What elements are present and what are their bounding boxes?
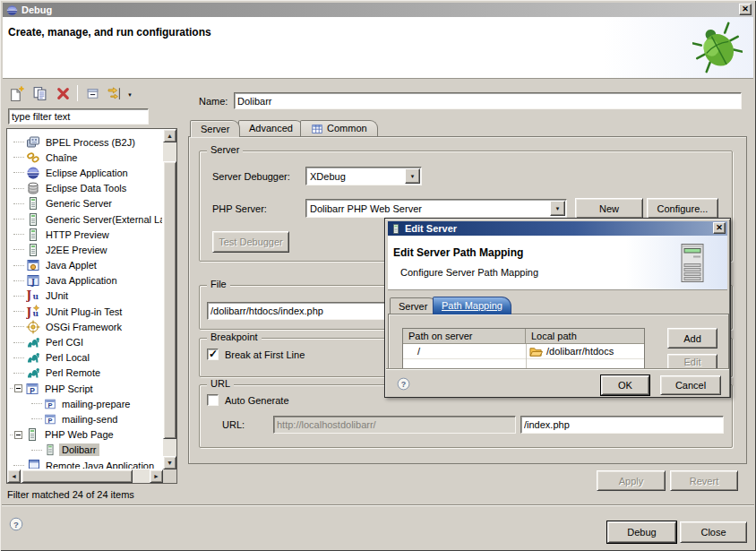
scroll-right-icon[interactable]: ►: [150, 469, 163, 483]
tree-item[interactable]: Java Applet: [8, 258, 162, 273]
server-debugger-combo[interactable]: XDebug: [305, 167, 422, 185]
debug-button[interactable]: Debug: [607, 521, 676, 543]
auto-generate-checkbox[interactable]: [207, 394, 219, 406]
tree-item[interactable]: Eclipse Data Tools: [8, 181, 162, 196]
vscroll-thumb[interactable]: [163, 161, 176, 439]
base-url-field: http://localhostdolibarr/: [273, 416, 516, 434]
tree-item[interactable]: PHP Web Page: [8, 427, 162, 443]
tree-item[interactable]: Eclipse Application: [8, 165, 162, 180]
tree-item[interactable]: OSGi Framework: [8, 319, 162, 334]
perl-icon: [26, 350, 40, 365]
duplicate-icon[interactable]: [30, 84, 48, 102]
filter-input[interactable]: [8, 108, 149, 125]
dialog-tab-server[interactable]: Server: [390, 297, 436, 314]
hscroll-thumb[interactable]: [21, 469, 133, 483]
dialog-close-icon[interactable]: [713, 222, 726, 234]
url-path-input[interactable]: [520, 416, 724, 434]
junit-plugin-icon: [26, 305, 40, 319]
filter-menu-chevron-icon[interactable]: [127, 88, 133, 99]
php-file-icon: [44, 398, 56, 410]
dialog-header: Edit Server Path Mapping Configure Serve…: [388, 236, 727, 290]
php-server-label: PHP Server:: [212, 203, 267, 214]
tree-item[interactable]: Perl CGI: [8, 334, 162, 349]
scroll-up-icon[interactable]: ▲: [163, 129, 176, 142]
php-web-page-icon: [44, 443, 56, 456]
break-first-line-checkbox[interactable]: [207, 349, 219, 360]
cancel-button[interactable]: Cancel: [660, 375, 721, 395]
bug-icon: [692, 21, 743, 74]
delete-icon[interactable]: [54, 84, 72, 102]
tree-item[interactable]: HTTP Preview: [8, 227, 162, 242]
close-button[interactable]: Close: [680, 521, 747, 543]
osgi-framework-icon: [26, 320, 40, 334]
remote-java-icon: [26, 459, 40, 469]
perl-icon: [26, 335, 40, 349]
server-tower-icon: [681, 243, 704, 283]
url-label: URL:: [222, 419, 245, 430]
name-input[interactable]: [234, 92, 742, 109]
database-icon: [26, 181, 40, 195]
tree-item-dolibarr[interactable]: Dolibarr: [8, 443, 162, 458]
chevron-down-icon[interactable]: [550, 201, 565, 216]
table-icon: [311, 123, 323, 135]
new-configuration-icon[interactable]: [7, 84, 25, 102]
window-title: Debug: [21, 4, 52, 15]
tree-hscrollbar[interactable]: ◄ ►: [7, 469, 163, 483]
php-server-combo[interactable]: Dolibarr PHP Web Server: [305, 199, 567, 218]
tree-item[interactable]: JUnit: [8, 288, 162, 304]
scroll-left-icon[interactable]: ◄: [7, 469, 21, 483]
collapse-expander-icon[interactable]: [14, 431, 22, 439]
dialog-help-icon[interactable]: [397, 377, 410, 391]
tab-server[interactable]: Server: [190, 120, 240, 137]
apply-button[interactable]: Apply: [597, 470, 666, 491]
php-file-icon: [44, 413, 56, 426]
dialog-titlebar[interactable]: Edit Server: [388, 221, 727, 236]
tree-item[interactable]: Java Application: [8, 273, 162, 288]
filter-status: Filter matched 24 of 24 items: [7, 489, 134, 500]
tree-item[interactable]: JUnit Plug-in Test: [8, 304, 162, 319]
scroll-down-icon[interactable]: ▼: [163, 456, 176, 469]
new-server-button[interactable]: New: [575, 198, 643, 219]
php-web-page-icon: [25, 427, 39, 442]
tree-vscrollbar[interactable]: ▲ ▼: [163, 129, 176, 469]
add-button[interactable]: Add: [667, 328, 717, 349]
auto-generate-label: Auto Generate: [225, 395, 289, 406]
server-icon: [26, 212, 40, 227]
tree-item[interactable]: mailing-send: [8, 411, 162, 426]
tree-item[interactable]: Perl Local: [8, 350, 162, 366]
window-close-icon[interactable]: [739, 4, 752, 15]
tab-advanced[interactable]: Advanced: [238, 120, 304, 136]
tree-item[interactable]: Generic Server(External La: [8, 211, 162, 227]
tree-item[interactable]: J2EE Preview: [8, 242, 162, 257]
tree-item[interactable]: mailing-prepare: [8, 396, 162, 411]
folder-icon: [529, 345, 543, 358]
help-icon[interactable]: [9, 517, 23, 531]
ok-button[interactable]: OK: [601, 375, 649, 395]
tab-common[interactable]: Common: [300, 120, 378, 136]
column-header-local-path[interactable]: Local path: [526, 329, 644, 344]
tree-item[interactable]: Chaîne: [8, 150, 162, 165]
window-titlebar[interactable]: Debug: [3, 3, 753, 17]
dialog-tab-path-mapping[interactable]: Path Mapping: [433, 297, 511, 314]
php-script-icon: [25, 382, 39, 396]
tree-item[interactable]: Perl Remote: [8, 366, 162, 381]
column-header-path-on-server[interactable]: Path on server: [403, 329, 526, 344]
edit-server-dialog: Edit Server Edit Server Path Mapping Con…: [384, 218, 731, 398]
tree-item[interactable]: PHP Script: [8, 381, 162, 396]
dialog-title: Edit Server: [405, 223, 457, 234]
server-icon: [26, 243, 40, 257]
filter-icon[interactable]: [106, 84, 124, 102]
tree-item[interactable]: BPEL Process (B2J): [8, 134, 162, 150]
test-debugger-button[interactable]: Test Debugger: [212, 231, 289, 253]
tree-item[interactable]: Remote Java Application: [8, 458, 162, 469]
tree-item[interactable]: Generic Server: [8, 196, 162, 211]
java-application-icon: [26, 273, 40, 288]
chevron-down-icon[interactable]: [405, 168, 420, 184]
name-label: Name:: [199, 96, 228, 107]
collapse-all-icon[interactable]: [83, 84, 101, 102]
revert-button[interactable]: Revert: [670, 470, 738, 491]
configure-button[interactable]: Configure...: [647, 198, 718, 219]
perl-icon: [26, 366, 40, 380]
collapse-expander-icon[interactable]: [14, 384, 22, 392]
table-row[interactable]: / /dolibarr/htdocs: [403, 344, 644, 359]
